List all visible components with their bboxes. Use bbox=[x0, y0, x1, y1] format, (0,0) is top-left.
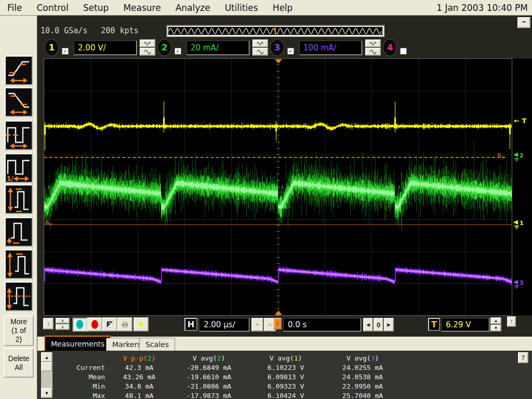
position-right-button[interactable]: ▶ bbox=[384, 318, 394, 331]
measure-peak-to-peak-button[interactable] bbox=[5, 184, 33, 214]
channel-1-scale-field[interactable]: 2.00 V/ bbox=[74, 41, 137, 55]
measure-minimum-button[interactable] bbox=[5, 217, 33, 247]
measurement-value: 6.09323 V bbox=[249, 382, 322, 390]
trigger-badge[interactable]: T bbox=[428, 318, 440, 331]
measurement-sidebar: 1/ bbox=[0, 16, 37, 399]
channel-1-scale-coarse-button[interactable] bbox=[140, 48, 155, 56]
measure-pulse-width-button[interactable] bbox=[5, 121, 33, 150]
row-label: Mean bbox=[56, 373, 108, 381]
fall-time-icon bbox=[6, 88, 32, 116]
timebase-field[interactable]: 2.00 µs/ bbox=[199, 318, 249, 331]
timebase-fine-button[interactable] bbox=[251, 318, 263, 331]
measurement-value: 24.0538 mA bbox=[324, 373, 401, 381]
measurement-value: 25.7040 mA bbox=[324, 392, 401, 399]
row-label: Max bbox=[56, 392, 108, 399]
large-sine-icon bbox=[268, 322, 272, 327]
channel-2-scale-coarse-button[interactable] bbox=[252, 48, 268, 56]
tab-measurements[interactable]: Measurements bbox=[44, 336, 111, 351]
trigger-level-marker-button[interactable]: ↑ bbox=[507, 316, 516, 327]
stop-button[interactable] bbox=[87, 317, 102, 331]
memory-depth: 200 kpts bbox=[101, 26, 138, 35]
channel-3-button[interactable]: 3 bbox=[270, 39, 284, 56]
menu-measure[interactable]: Measure bbox=[116, 3, 168, 13]
minimize-button[interactable]: – bbox=[517, 17, 530, 28]
brightness-button[interactable] bbox=[134, 317, 149, 331]
svg-text:1: 1 bbox=[520, 220, 524, 227]
channel-1-scale-fine-button[interactable] bbox=[140, 39, 155, 47]
channel-2-scale-fine-button[interactable] bbox=[252, 39, 268, 47]
channel-1-on-checkbox[interactable]: ✓ bbox=[62, 48, 69, 55]
channel-2-on-checkbox[interactable]: ✓ bbox=[175, 48, 181, 55]
menu-setup[interactable]: Setup bbox=[76, 3, 116, 13]
measurements-scroll-up-button[interactable]: ▲ bbox=[41, 352, 52, 362]
tab-scales[interactable]: Scales bbox=[139, 338, 175, 351]
channel-3-scale-coarse-button[interactable] bbox=[365, 48, 381, 56]
measure-frequency-button[interactable]: 1/ bbox=[5, 153, 33, 183]
measure-maximum-button[interactable] bbox=[5, 249, 33, 279]
channel-4-on-label: On bbox=[400, 41, 409, 48]
svg-text:2: 2 bbox=[520, 152, 524, 159]
more-measurements-button[interactable]: More (1 of 2) bbox=[4, 315, 34, 346]
run-button[interactable] bbox=[72, 317, 87, 331]
channel-1-on-label: On bbox=[62, 41, 71, 48]
small-sine-icon bbox=[144, 41, 151, 46]
measurement-header: V avg(2) bbox=[170, 354, 247, 362]
chevron-down-button[interactable]: ∨ bbox=[56, 324, 70, 330]
channel-2-on-label: On bbox=[175, 41, 183, 48]
channel-1-button[interactable]: 1 bbox=[45, 39, 59, 56]
channel-1-controls: 1 On ✓ 2.00 V/ bbox=[45, 38, 155, 57]
menu-help[interactable]: Help bbox=[265, 3, 300, 13]
peak-to-peak-icon bbox=[6, 185, 32, 213]
measure-rise-time-button[interactable] bbox=[5, 56, 33, 85]
measurement-value: 6.10223 V bbox=[249, 364, 322, 371]
memory-bar-waveform bbox=[168, 27, 382, 35]
trace-marker-strip: ← T 2 1 3 bbox=[512, 59, 532, 315]
menu-file[interactable]: File bbox=[0, 3, 29, 13]
channel-3-ground-marker[interactable]: 3 bbox=[513, 280, 527, 289]
run-icon bbox=[76, 320, 83, 329]
channel-2-button[interactable]: 2 bbox=[157, 39, 171, 56]
channel-1-ground-marker[interactable]: 1 bbox=[513, 220, 527, 229]
measure-fall-time-button[interactable] bbox=[5, 87, 33, 117]
large-sine-icon bbox=[257, 49, 264, 55]
clear-display-button[interactable] bbox=[102, 317, 117, 331]
channel-2-ground-marker[interactable]: 2 bbox=[513, 152, 527, 162]
measurement-value: -17.9873 mA bbox=[170, 392, 247, 399]
trigger-level-up-button[interactable]: ▲ bbox=[490, 317, 501, 324]
channel-3-on-checkbox[interactable]: ✓ bbox=[287, 48, 294, 55]
horizontal-badge[interactable]: H bbox=[184, 318, 197, 331]
trigger-level-field[interactable]: 6.29 V bbox=[441, 318, 489, 331]
row-label: Min bbox=[56, 382, 108, 390]
menu-control[interactable]: Control bbox=[29, 3, 75, 13]
trigger-time-marker-bottom[interactable] bbox=[275, 311, 282, 315]
horizontal-position-field[interactable]: 0.0 s bbox=[283, 318, 361, 331]
measurement-value: 48.1 mA bbox=[110, 392, 168, 399]
print-button[interactable] bbox=[117, 317, 132, 331]
trigger-time-marker-top[interactable] bbox=[275, 59, 282, 63]
measurement-header: V avg(1) bbox=[249, 354, 322, 362]
delete-all-button[interactable]: Delete All bbox=[4, 348, 34, 378]
menu-analyze[interactable]: Analyze bbox=[168, 3, 218, 13]
trigger-level-down-button[interactable]: ▼ bbox=[490, 325, 501, 331]
measure-average-button[interactable] bbox=[5, 282, 33, 311]
position-zero-button[interactable]: 0 bbox=[374, 318, 383, 331]
trigger-position-button[interactable]: ↑ bbox=[273, 318, 282, 329]
channel-3-scale-fine-button[interactable] bbox=[365, 39, 381, 47]
menu-utilities[interactable]: Utilities bbox=[218, 3, 265, 13]
channel-2-scale-field[interactable]: 20 mA/ bbox=[187, 41, 249, 55]
channel-3-scale-field[interactable]: 100 mA/ bbox=[299, 41, 362, 55]
acquisition-status: 10.0 GSa/s 200 kpts bbox=[41, 26, 139, 35]
help-button[interactable]: ? bbox=[518, 352, 528, 363]
trigger-level-marker[interactable]: ← T bbox=[514, 117, 526, 125]
svg-text:3: 3 bbox=[520, 280, 524, 286]
measurements-scroll-thumb[interactable] bbox=[41, 362, 52, 371]
measurement-header: V p-p(2) bbox=[110, 354, 168, 362]
measurements-scroll-down-button[interactable]: ▼ bbox=[41, 388, 52, 398]
channel-4-on-checkbox[interactable] bbox=[400, 48, 407, 55]
chevron-up-button[interactable]: ∧ bbox=[56, 318, 70, 324]
channel-4-button[interactable]: 4 bbox=[383, 39, 397, 56]
pulse-width-icon bbox=[6, 122, 32, 149]
position-left-button[interactable]: ◀ bbox=[363, 318, 373, 331]
measurement-value: 34.8 mA bbox=[110, 382, 168, 390]
scale-up-button[interactable]: ↑ bbox=[43, 318, 54, 329]
